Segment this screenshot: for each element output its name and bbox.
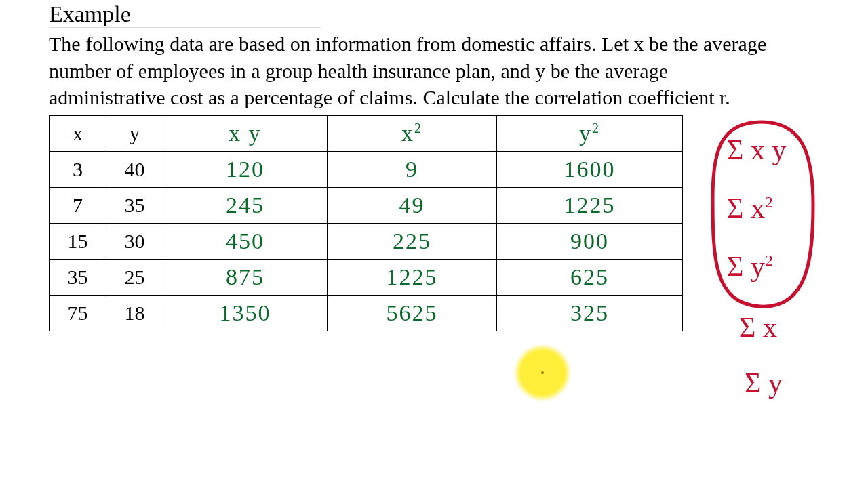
data-table: x y x y x2 y2 3 40 120 9 1600 7 35 245 4… xyxy=(49,115,683,331)
header-y2-text: y2 xyxy=(579,121,600,146)
cell-xy: 120 xyxy=(163,151,328,187)
cell-y: 35 xyxy=(106,187,163,223)
cell-x: 15 xyxy=(50,223,106,259)
cell-y: 25 xyxy=(106,259,163,295)
cell-x2: 225 xyxy=(328,223,497,259)
header-x2-text: x2 xyxy=(401,121,422,146)
cell-y2: 1225 xyxy=(497,187,683,223)
cell-x: 7 xyxy=(50,187,106,223)
cell-y: 18 xyxy=(106,295,163,331)
col-header-x: x xyxy=(50,115,106,151)
annotation-sum-y2: Σ y2 xyxy=(727,252,773,281)
cell-x2: 1225 xyxy=(328,259,497,295)
header-xy-text: x y xyxy=(229,121,262,146)
cell-x: 75 xyxy=(50,295,106,331)
table-row: 3 40 120 9 1600 xyxy=(50,151,683,187)
cell-y: 40 xyxy=(106,151,163,187)
col-header-y2: y2 xyxy=(497,115,683,151)
annotation-sum-x: Σ x xyxy=(739,313,777,342)
col-header-x2: x2 xyxy=(328,115,497,151)
cell-x2: 49 xyxy=(328,187,497,223)
cell-x2: 5625 xyxy=(328,295,497,331)
example-heading: Example xyxy=(49,1,321,28)
page: Example The following data are based on … xyxy=(0,0,868,488)
annotation-sum-xy: Σ x y xyxy=(727,136,786,164)
cell-xy: 1350 xyxy=(163,295,328,331)
table-row: 75 18 1350 5625 325 xyxy=(50,295,683,331)
cell-x: 35 xyxy=(50,259,106,295)
col-header-xy: x y xyxy=(163,115,328,151)
cell-xy: 875 xyxy=(163,259,328,295)
cell-y2: 625 xyxy=(497,259,683,295)
highlight-dot xyxy=(541,371,544,374)
cell-y2: 325 xyxy=(497,295,683,331)
col-header-y: y xyxy=(106,115,163,151)
cell-x2: 9 xyxy=(328,151,497,187)
cell-y2: 1600 xyxy=(497,151,683,187)
annotation-sum-y: Σ y xyxy=(745,369,783,397)
cell-xy: 245 xyxy=(163,187,328,223)
cell-y: 30 xyxy=(106,223,163,259)
cell-x: 3 xyxy=(50,151,106,187)
cell-y2: 900 xyxy=(497,223,683,259)
table-row: 15 30 450 225 900 xyxy=(50,223,683,259)
annotation-sum-x2: Σ x2 xyxy=(727,194,773,222)
table-row: 35 25 875 1225 625 xyxy=(50,259,683,295)
table-row: 7 35 245 49 1225 xyxy=(50,187,683,223)
cell-xy: 450 xyxy=(163,223,328,259)
problem-text: The following data are based on informat… xyxy=(49,30,768,111)
table-header-row: x y x y x2 y2 xyxy=(50,115,683,151)
